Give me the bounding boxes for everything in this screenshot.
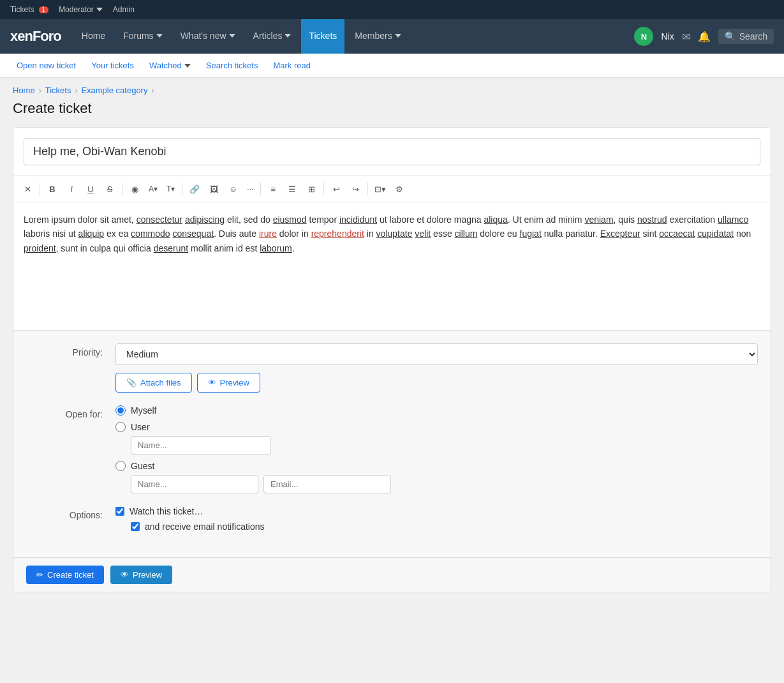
- toolbar-settings[interactable]: ⚙: [390, 180, 408, 198]
- nav-right: N Nix ✉ 🔔 🔍 Search: [634, 27, 774, 46]
- radio-guest[interactable]: Guest: [115, 461, 758, 471]
- toolbar-undo[interactable]: ↩: [327, 180, 345, 198]
- user-name-input[interactable]: [131, 436, 271, 454]
- editor-toolbar: ✕ B I U S ◉ A▾ T▾ 🔗 🖼 ☺ ··· ≡: [13, 176, 771, 202]
- nav-tickets[interactable]: Tickets: [301, 19, 344, 54]
- radio-guest-input[interactable]: [115, 461, 126, 471]
- toolbar-text-size[interactable]: T▾: [163, 180, 179, 198]
- form-fields: Priority: Low Medium High Critical 📎 Att…: [13, 331, 771, 557]
- editor-content[interactable]: Lorem ipsum dolor sit amet, consectetur …: [13, 202, 771, 330]
- options-label: Options:: [26, 506, 103, 520]
- sub-nav: Open new ticket Your tickets Watched Sea…: [0, 54, 784, 78]
- open-for-row: Open for: Myself User: [26, 405, 758, 493]
- editor-section: ✕ B I U S ◉ A▾ T▾ 🔗 🖼 ☺ ··· ≡: [13, 176, 771, 331]
- avatar: N: [634, 27, 653, 46]
- create-ticket-button[interactable]: ✏ Create ticket: [26, 566, 104, 584]
- toolbar-image[interactable]: 🖼: [205, 180, 223, 198]
- toolbar-list[interactable]: ☰: [283, 180, 301, 198]
- checkbox-email-notifications[interactable]: and receive email notifications: [131, 522, 758, 532]
- toolbar-table[interactable]: ⊞: [302, 180, 320, 198]
- user-name-field-wrap: [131, 436, 758, 454]
- priority-select[interactable]: Low Medium High Critical: [115, 343, 758, 365]
- subnav-watched[interactable]: Watched: [143, 54, 197, 78]
- toolbar-paint[interactable]: ◉: [126, 180, 144, 198]
- preview-button-top[interactable]: 👁 Preview: [197, 373, 260, 393]
- open-for-label: Open for:: [26, 405, 103, 419]
- toolbar-font-color[interactable]: A▾: [145, 180, 161, 198]
- options-checkbox-group: Watch this ticket… and receive email not…: [115, 506, 758, 532]
- priority-control: Low Medium High Critical 📎 Attach files: [115, 343, 758, 393]
- priority-row: Priority: Low Medium High Critical 📎 Att…: [26, 343, 758, 393]
- radio-myself[interactable]: Myself: [115, 405, 758, 416]
- breadcrumb-home[interactable]: Home: [13, 86, 35, 95]
- eye-icon: 👁: [208, 378, 216, 387]
- toolbar-emoji[interactable]: ☺: [224, 180, 242, 198]
- toolbar-bold[interactable]: B: [43, 180, 61, 198]
- toolbar-sep-5: [323, 183, 324, 195]
- nav-articles[interactable]: Articles: [246, 19, 299, 54]
- moderator-menu[interactable]: Moderator: [59, 5, 103, 14]
- options-row: Options: Watch this ticket… and receive …: [26, 506, 758, 532]
- guest-inputs-wrap: [131, 475, 758, 493]
- subnav-mark-read[interactable]: Mark read: [267, 54, 317, 78]
- toolbar-insert[interactable]: ⊡▾: [371, 180, 389, 198]
- search-icon: 🔍: [725, 31, 736, 41]
- toolbar-link[interactable]: 🔗: [186, 180, 203, 198]
- toolbar-sep-6: [367, 183, 368, 195]
- priority-label: Priority:: [26, 343, 103, 357]
- action-buttons: 📎 Attach files 👁 Preview: [115, 373, 758, 393]
- admin-menu[interactable]: Admin: [113, 5, 135, 14]
- subnav-search-tickets[interactable]: Search tickets: [200, 54, 265, 78]
- toolbar-eraser[interactable]: ✕: [18, 180, 36, 198]
- toolbar-underline[interactable]: U: [82, 180, 100, 198]
- nav-whats-new[interactable]: What's new: [173, 19, 243, 54]
- breadcrumb: Home › Tickets › Example category ›: [0, 78, 784, 98]
- bell-icon[interactable]: 🔔: [698, 31, 711, 43]
- open-for-control: Myself User: [115, 405, 758, 493]
- toolbar-italic[interactable]: I: [63, 180, 80, 198]
- nav-members[interactable]: Members: [347, 19, 408, 54]
- toolbar-sep-2: [122, 183, 122, 195]
- radio-user-input[interactable]: [115, 422, 126, 432]
- radio-user-group: User: [115, 422, 758, 454]
- email-notifications-checkbox[interactable]: [131, 522, 140, 531]
- watch-ticket-checkbox[interactable]: [115, 507, 124, 516]
- subnav-open-new-ticket[interactable]: Open new ticket: [10, 54, 82, 78]
- guest-email-input[interactable]: [263, 475, 391, 493]
- mail-icon[interactable]: ✉: [682, 31, 690, 43]
- title-section: [13, 128, 771, 176]
- top-bar: Tickets 1 Moderator Admin: [0, 0, 784, 19]
- breadcrumb-category: Example category: [81, 86, 147, 95]
- preview-button-bottom[interactable]: 👁 Preview: [110, 566, 172, 584]
- page-title: Create ticket: [0, 98, 784, 127]
- toolbar-redo[interactable]: ↪: [346, 180, 364, 198]
- radio-myself-input[interactable]: [115, 405, 126, 416]
- toolbar-more[interactable]: ···: [243, 180, 257, 198]
- eye-icon-bottom: 👁: [121, 570, 129, 580]
- tickets-menu[interactable]: Tickets 1: [10, 5, 48, 14]
- radio-user[interactable]: User: [115, 422, 758, 432]
- search-button[interactable]: 🔍 Search: [718, 29, 774, 44]
- checkbox-watch[interactable]: Watch this ticket…: [115, 506, 758, 516]
- toolbar-align[interactable]: ≡: [264, 180, 282, 198]
- subnav-your-tickets[interactable]: Your tickets: [85, 54, 140, 78]
- toolbar-sep-3: [182, 183, 182, 195]
- toolbar-sep-4: [260, 183, 261, 195]
- ticket-title-input[interactable]: [24, 138, 760, 165]
- attach-files-button[interactable]: 📎 Attach files: [115, 373, 192, 393]
- nav-home[interactable]: Home: [74, 19, 113, 54]
- breadcrumb-tickets[interactable]: Tickets: [45, 86, 71, 95]
- edit-icon: ✏: [36, 570, 43, 580]
- bottom-action-bar: ✏ Create ticket 👁 Preview: [13, 557, 771, 592]
- radio-guest-group: Guest: [115, 461, 758, 493]
- navbar: xenForo Home Forums What's new Articles …: [0, 19, 784, 54]
- guest-name-input[interactable]: [131, 475, 258, 493]
- nav-forums[interactable]: Forums: [115, 19, 170, 54]
- main-content: ✕ B I U S ◉ A▾ T▾ 🔗 🖼 ☺ ··· ≡: [0, 127, 784, 605]
- paperclip-icon: 📎: [126, 378, 137, 387]
- toolbar-strikethrough[interactable]: S: [101, 180, 119, 198]
- open-for-radio-group: Myself User: [115, 405, 758, 493]
- options-control: Watch this ticket… and receive email not…: [115, 506, 758, 532]
- toolbar-sep-1: [40, 183, 40, 195]
- nav-left: xenForo Home Forums What's new Articles …: [10, 19, 409, 54]
